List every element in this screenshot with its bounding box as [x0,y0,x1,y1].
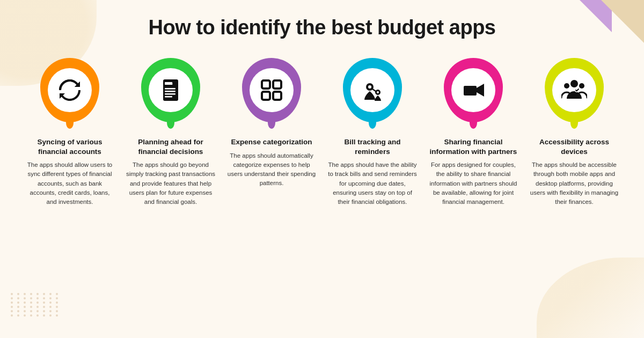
card-desc-sharing: For apps designed for couples, the abili… [428,160,519,207]
card-desc-expense: The apps should automatically categorize… [226,151,317,188]
card-sync: Syncing of various financial accounts Th… [24,58,115,207]
svg-point-16 [570,80,578,87]
icon-bubble-expense [242,58,301,122]
card-title-bill: Bill tracking and reminders [327,137,418,156]
cards-row: Syncing of various financial accounts Th… [21,58,623,207]
card-title-sharing: Sharing financial information with partn… [428,137,519,156]
icon-bubble-sharing [444,58,503,122]
dots-pattern: const dp = document.querySelector('.dots… [11,293,60,317]
svg-point-18 [579,83,584,89]
icon-bubble-accessibility [545,58,604,122]
icon-inner-expense [250,68,294,112]
card-expense: Expense categorization The apps should a… [226,58,317,188]
svg-point-12 [368,85,371,89]
card-desc-sync: The apps should allow users to sync diff… [24,160,115,207]
card-accessibility: Accessibility across devices The apps sh… [529,58,620,207]
card-desc-bill: The apps should have the ability to trac… [327,160,418,207]
icon-inner-accessibility [552,68,596,112]
icon-bubble-bill [343,58,402,122]
card-desc-planning: The apps should go beyond simply trackin… [125,160,216,207]
page-title: How to identify the best budget apps [21,16,623,39]
svg-rect-6 [165,96,172,98]
svg-rect-10 [273,92,281,100]
icon-inner-bill [350,68,394,112]
card-title-expense: Expense categorization [231,137,312,147]
card-title-sync: Syncing of various financial accounts [24,137,115,156]
card-title-planning: Planning ahead for financial decisions [125,137,216,156]
icon-inner-sharing [451,68,495,112]
icon-inner-planning: PLAN [149,68,193,112]
svg-rect-4 [165,91,175,92]
svg-rect-9 [262,92,270,100]
card-sharing: Sharing financial information with partn… [428,58,519,207]
card-planning: PLAN Planning ahead for financial decisi… [125,58,216,207]
main-container: How to identify the best budget apps Syn… [0,0,644,217]
icon-bubble-planning: PLAN [141,58,200,122]
svg-rect-5 [165,93,175,95]
svg-rect-15 [464,86,477,95]
card-title-accessibility: Accessibility across devices [529,137,620,156]
svg-point-17 [564,83,569,89]
card-bill: Bill tracking and reminders The apps sho… [327,58,418,207]
svg-point-14 [377,91,379,93]
icon-bubble-sync [40,58,99,122]
bg-decor-bottom-right [537,258,644,338]
svg-rect-7 [262,80,270,89]
icon-inner-sync [48,68,92,112]
svg-text:PLAN: PLAN [165,82,173,85]
card-desc-accessibility: The apps should be accessible through bo… [529,160,620,207]
svg-rect-8 [273,80,281,89]
svg-rect-3 [165,88,175,90]
